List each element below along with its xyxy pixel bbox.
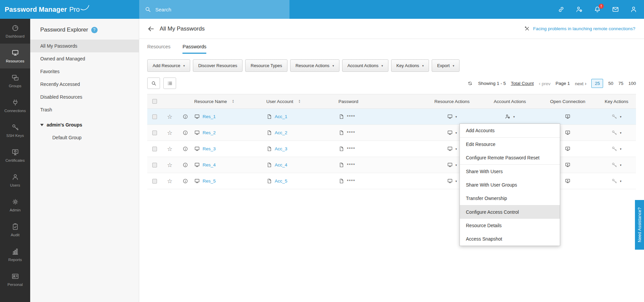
table-row[interactable]: ☆ Res_4 Acc_4 **** ▾ ▾ ▾ — [147, 157, 636, 173]
tab-passwords[interactable]: Passwords — [182, 44, 206, 54]
key-actions-menu-button[interactable]: ▾ — [597, 146, 636, 152]
info-icon[interactable] — [182, 178, 188, 184]
sidebar-item-groups[interactable]: Groups — [0, 68, 30, 93]
key-actions-menu-button[interactable]: ▾ — [597, 162, 636, 168]
open-connection-button[interactable] — [538, 114, 597, 119]
remote-connections-help-link[interactable]: Facing problems in launching remote conn… — [533, 26, 635, 31]
sidebar-item-resources[interactable]: Resources — [0, 44, 30, 68]
resource-link[interactable]: Res_4 — [203, 162, 216, 167]
sidebar-item-dashboard[interactable]: Dashboard — [0, 19, 30, 44]
total-count-link[interactable]: Total Count — [511, 81, 534, 86]
tree-node-admins-groups[interactable]: admin's Groups — [30, 118, 139, 132]
page-size-25[interactable]: 25 — [591, 79, 603, 88]
table-row[interactable]: ☆ Res_2 Acc_2 **** ▾ ▾ ▾ — [147, 125, 636, 141]
favorite-star-icon[interactable]: ☆ — [167, 129, 172, 137]
row-checkbox[interactable] — [152, 163, 157, 167]
menu-item-transfer-ownership[interactable]: Transfer Ownership — [460, 192, 560, 205]
resource-link[interactable]: Res_1 — [203, 114, 216, 119]
row-checkbox[interactable] — [152, 131, 157, 135]
favorite-star-icon[interactable]: ☆ — [167, 113, 172, 120]
search-input[interactable] — [155, 7, 284, 12]
row-checkbox[interactable] — [152, 114, 157, 119]
remote-connection-link-icon[interactable] — [557, 6, 565, 13]
select-all-checkbox[interactable] — [152, 99, 157, 104]
password-doc-icon[interactable] — [338, 178, 344, 184]
table-row[interactable]: ☆ Res_1 Acc_1 **** ▾ ▾ ▾ — [147, 109, 636, 125]
info-icon[interactable] — [182, 146, 188, 152]
password-doc-icon[interactable] — [338, 162, 344, 168]
resource-types-button[interactable]: Resource Types — [245, 59, 287, 72]
account-link[interactable]: Acc_3 — [275, 146, 287, 151]
column-user-account[interactable]: User Account ▲▼ — [265, 99, 337, 104]
info-icon[interactable] — [182, 130, 188, 136]
explorer-item-recently-accessed[interactable]: Recently Accessed — [30, 78, 139, 91]
sidebar-item-users[interactable]: Users — [0, 168, 30, 193]
next-page-button[interactable]: next › — [575, 81, 586, 86]
sidebar-item-certificates[interactable]: Certificates — [0, 143, 30, 168]
page-size-50[interactable]: 50 — [608, 81, 613, 86]
menu-item-configure-remote-password-reset[interactable]: Configure Remote Password Reset — [460, 151, 560, 164]
favorite-star-icon[interactable]: ☆ — [167, 178, 172, 185]
key-actions-menu-button[interactable]: ▾ — [597, 114, 636, 119]
tree-expand-icon[interactable] — [40, 124, 44, 126]
page-size-100[interactable]: 100 — [628, 81, 636, 86]
tab-resources[interactable]: Resources — [147, 44, 170, 54]
column-chooser-button[interactable] — [163, 78, 176, 89]
add-resource-button[interactable]: Add Resource ▾ — [147, 59, 190, 72]
account-link[interactable]: Acc_2 — [275, 130, 287, 135]
explorer-item-all-my-passwords[interactable]: All My Passwords — [30, 40, 139, 52]
need-assistance-tab[interactable]: Need Assistance? — [635, 200, 644, 250]
favorite-star-icon[interactable]: ☆ — [167, 161, 172, 169]
table-row[interactable]: ☆ Res_5 Acc_5 **** ▾ ▾ ▾ — [147, 173, 636, 189]
account-actions-menu-button[interactable]: ▾ — [481, 114, 538, 119]
refresh-icon[interactable] — [467, 81, 473, 86]
back-arrow-icon[interactable] — [147, 25, 155, 33]
page-size-75[interactable]: 75 — [618, 81, 623, 86]
menu-item-share-with-users[interactable]: Share With Users — [460, 164, 560, 178]
key-actions-button[interactable]: Key Actions ▾ — [391, 59, 429, 72]
sidebar-item-ssh-keys[interactable]: SSH Keys — [0, 118, 30, 143]
favorite-star-icon[interactable]: ☆ — [167, 145, 172, 153]
explorer-item-favorites[interactable]: Favorites — [30, 65, 139, 78]
sidebar-item-admin[interactable]: Admin — [0, 193, 30, 217]
sidebar-item-audit[interactable]: Audit — [0, 217, 30, 242]
menu-item-access-snapshot[interactable]: Access Snapshot — [460, 232, 560, 246]
tree-child-default-group[interactable]: Default Group — [30, 132, 139, 144]
menu-item-add-accounts[interactable]: Add Accounts — [460, 124, 560, 137]
explorer-item-disabled-resources[interactable]: Disabled Resources — [30, 91, 139, 103]
resource-actions-menu-button[interactable]: ▾ — [423, 114, 481, 119]
info-icon[interactable] — [182, 114, 188, 119]
account-link[interactable]: Acc_1 — [275, 114, 287, 119]
user-profile-icon[interactable] — [630, 6, 637, 13]
key-actions-menu-button[interactable]: ▾ — [597, 130, 636, 136]
mail-icon[interactable] — [612, 6, 619, 13]
row-checkbox[interactable] — [152, 179, 157, 184]
account-actions-button[interactable]: Account Actions ▾ — [342, 59, 388, 72]
discover-resources-button[interactable]: Discover Resources — [193, 59, 243, 72]
user-admin-icon[interactable] — [576, 6, 583, 13]
password-doc-icon[interactable] — [338, 130, 344, 136]
resource-link[interactable]: Res_3 — [203, 146, 216, 151]
row-checkbox[interactable] — [152, 147, 157, 151]
explorer-item-owned-and-managed[interactable]: Owned and Managed — [30, 52, 139, 65]
explorer-item-trash[interactable]: Trash — [30, 103, 139, 116]
resource-actions-button[interactable]: Resource Actions ▾ — [290, 59, 339, 72]
table-search-button[interactable] — [147, 78, 160, 89]
account-link[interactable]: Acc_5 — [275, 179, 287, 184]
info-icon[interactable] — [182, 162, 188, 168]
account-link[interactable]: Acc_4 — [275, 162, 287, 167]
resource-link[interactable]: Res_5 — [203, 179, 216, 184]
password-doc-icon[interactable] — [338, 146, 344, 152]
notifications-bell-icon[interactable]: ! — [594, 6, 601, 13]
sidebar-item-connections[interactable]: Connections — [0, 93, 30, 118]
column-resource-name[interactable]: Resource Name ▲▼ — [193, 99, 265, 104]
export-button[interactable]: Export ▾ — [432, 59, 460, 72]
prev-page-button[interactable]: ‹ prev — [539, 81, 550, 86]
menu-item-resource-details[interactable]: Resource Details — [460, 219, 560, 232]
help-icon[interactable]: ? — [91, 27, 98, 33]
resource-link[interactable]: Res_2 — [203, 130, 216, 135]
password-doc-icon[interactable] — [338, 114, 344, 119]
key-actions-menu-button[interactable]: ▾ — [597, 178, 636, 184]
sidebar-item-personal[interactable]: Personal — [0, 267, 30, 292]
menu-item-edit-resource[interactable]: Edit Resource — [460, 137, 560, 151]
